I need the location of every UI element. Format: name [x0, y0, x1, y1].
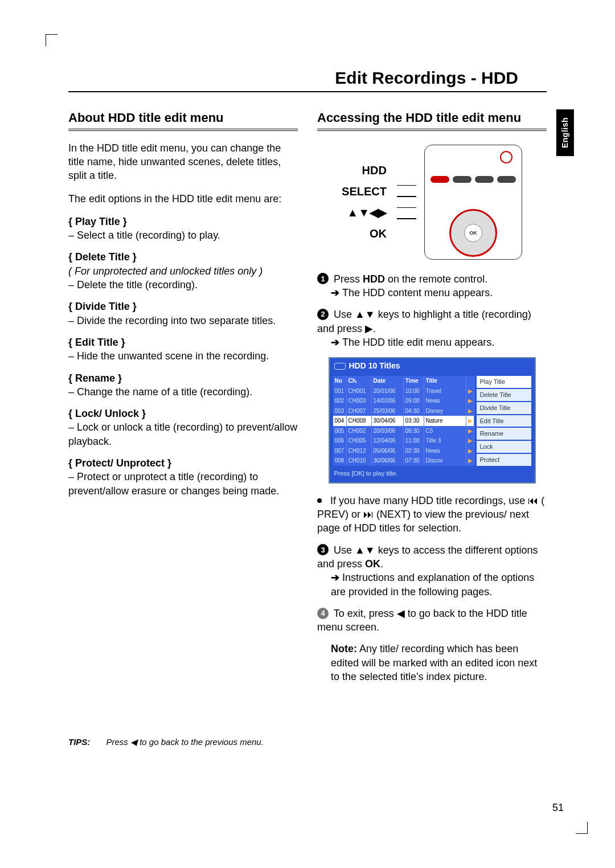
option-item: { Rename }– Change the name of a title (… [68, 371, 298, 399]
content-columns: About HDD title edit menu In the HDD tit… [46, 109, 569, 691]
play-arrow-icon: ▶ [466, 416, 474, 426]
remote-illustration: HDD SELECT ▲▼◀▶ OK [317, 145, 547, 260]
hdd-menu-item: Protect [477, 454, 531, 466]
play-arrow-icon: ▶ [466, 456, 474, 466]
remote-label-hdd: HDD [342, 163, 387, 178]
table-row: 003CH00725/03/0604:30Disney▶ [333, 406, 474, 416]
left-column: About HDD title edit menu In the HDD tit… [68, 109, 298, 691]
option-desc: – Delete the title (recording). [68, 278, 298, 292]
option-name: { Delete Title } [68, 251, 137, 263]
option-desc: – Select a title (recording) to play. [68, 228, 298, 242]
step2-text: Use ▲▼ keys to highlight a title (record… [317, 309, 531, 334]
steps-list-2: If you have many HDD title recordings, u… [317, 494, 547, 684]
option-desc: – Hide the unwanted scene in the recordi… [68, 349, 298, 363]
step-number-icon: 4 [317, 608, 329, 619]
option-desc: – Protect or unprotect a title (recordin… [68, 470, 298, 498]
remote-label-ok: OK [342, 226, 387, 241]
option-item: { Play Title }– Select a title (recordin… [68, 215, 298, 243]
play-arrow-icon: ▶ [466, 426, 474, 436]
step-4: 4 To exit, press ◀ to go back to the HDD… [317, 607, 547, 634]
step-number-icon: 2 [317, 309, 329, 320]
hdd-menu-item: Lock [477, 441, 531, 453]
step-number-icon: 3 [317, 544, 329, 555]
page-title: Edit Recordings - HDD [68, 68, 547, 92]
table-row: 001CH00120/01/0610:00Travel▶ [333, 386, 474, 396]
hdd-fig-title: HDD 10 Titles [349, 361, 400, 371]
option-desc: – Divide the recording into two separate… [68, 314, 298, 327]
wire-lines [397, 185, 414, 219]
note-block: Note: Any title/ recording which has bee… [331, 642, 547, 683]
ok-button-icon: OK [464, 224, 482, 242]
intro2-paragraph: The edit options in the HDD title edit m… [68, 192, 298, 206]
right-column: English Accessing the HDD title edit men… [317, 109, 547, 691]
hdd-menu-item: Delete Title [477, 389, 531, 401]
option-name: { Rename } [68, 372, 122, 384]
option-item: { Delete Title }( For unprotected and un… [68, 250, 298, 292]
option-item: { Divide Title }– Divide the recording i… [68, 300, 298, 327]
hdd-disk-icon [334, 363, 346, 370]
hdd-menu-item: Rename [477, 428, 531, 440]
option-name: { Play Title } [68, 216, 127, 227]
option-name: { Protect/ Unprotect } [68, 457, 171, 469]
note-label: Note: [331, 643, 357, 654]
remote-outline-icon: OK [424, 145, 522, 260]
hdd-fig-footer: Press [OK] to play title. [330, 467, 535, 482]
option-note: ( For unprotected and unlocked titles on… [68, 264, 298, 278]
language-tab: English [556, 109, 574, 156]
section-heading-access: Accessing the HDD title edit menu [317, 109, 547, 131]
hdd-table-header: No Ch. Date Time Title [333, 376, 474, 386]
step1-text-a: Press [334, 273, 363, 285]
option-desc: – Change the name of a title (recording)… [68, 385, 298, 399]
step3-text-a: Use ▲▼ keys to access the different opti… [317, 544, 538, 570]
table-row: 007CH01205/06/0602:30News▶ [333, 446, 474, 456]
step1-bold: HDD [363, 273, 385, 285]
bullet-many-titles: If you have many HDD title recordings, u… [317, 494, 547, 535]
hdd-button-icon [430, 176, 449, 183]
step3-text-b: . [380, 558, 383, 570]
step-number-icon: 1 [317, 273, 329, 284]
option-name: { Edit Title } [68, 337, 125, 348]
note-text: Any title/ recording which has been edit… [331, 643, 537, 682]
intro-paragraph: In the HDD title edit menu, you can chan… [68, 141, 298, 183]
hdd-fig-header: HDD 10 Titles [330, 358, 535, 374]
step-3: 3 Use ▲▼ keys to access the different op… [317, 543, 547, 599]
remote-label-arrows: ▲▼◀▶ [342, 205, 387, 220]
page-number: 51 [552, 802, 564, 814]
tips-footer: TIPS: Press ◀ to go back to the previous… [46, 731, 569, 747]
play-arrow-icon: ▶ [466, 446, 474, 456]
option-item: { Lock/ Unlock }– Lock or unlock a title… [68, 407, 298, 448]
step2-result: The HDD title edit menu appears. [331, 335, 547, 349]
step-2: 2 Use ▲▼ keys to highlight a title (reco… [317, 308, 547, 349]
play-arrow-icon: ▶ [466, 386, 474, 396]
option-desc: – Lock or unlock a title (recording) to … [68, 420, 298, 448]
table-row: 002CH00314/02/0609:00News▶ [333, 396, 474, 406]
hdd-menu-item: Play Title [477, 376, 531, 388]
tips-label: TIPS: [68, 737, 90, 747]
remote-btn-icon [475, 176, 494, 183]
tips-text: Press ◀ to go back to the previous menu. [106, 737, 264, 747]
step3-bold: OK [365, 558, 380, 570]
bullet-icon [317, 498, 322, 503]
manual-page: Edit Recordings - HDD About HDD title ed… [0, 0, 615, 868]
steps-list: 1 Press HDD on the remote control. The H… [317, 272, 547, 349]
remote-label-select: SELECT [342, 184, 387, 199]
table-row: 006CH00512/04/0611:00Title 3▶ [333, 436, 474, 446]
power-icon [500, 151, 512, 163]
option-item: { Protect/ Unprotect }– Protect or unpro… [68, 456, 298, 498]
play-arrow-icon: ▶ [466, 396, 474, 406]
section-heading-about: About HDD title edit menu [68, 109, 298, 131]
options-list: { Play Title }– Select a title (recordin… [68, 215, 298, 498]
step1-text-b: on the remote control. [385, 273, 487, 285]
step1-result: The HDD content menu appears. [331, 286, 547, 300]
bullet-text: If you have many HDD title recordings, u… [317, 495, 544, 534]
remote-btn-icon [453, 176, 472, 183]
table-row: 005CH00220/03/0608:30C5▶ [333, 426, 474, 436]
option-item: { Edit Title }– Hide the unwanted scene … [68, 335, 298, 363]
step-1: 1 Press HDD on the remote control. The H… [317, 272, 547, 300]
crop-mark-icon [46, 34, 58, 46]
hdd-table: No Ch. Date Time Title 001CH00120/01/061… [333, 376, 474, 466]
hdd-context-menu: Play TitleDelete TitleDivide TitleEdit T… [477, 376, 531, 466]
table-row: 008CH01030/06/0607:30Discov▶ [333, 456, 474, 466]
step3-result: Instructions and explanation of the opti… [331, 571, 547, 599]
remote-btn-icon [497, 176, 516, 183]
